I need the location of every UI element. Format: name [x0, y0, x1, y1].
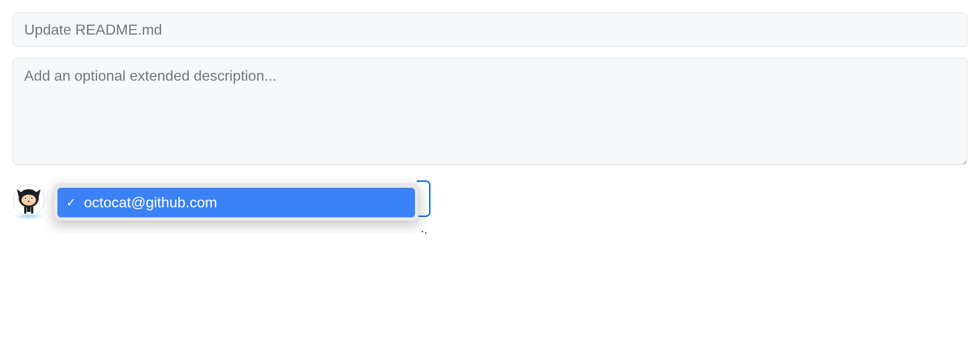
svg-point-4 — [25, 197, 26, 199]
select-focus-ring — [417, 180, 430, 217]
svg-point-1 — [21, 195, 36, 206]
octocat-icon — [14, 185, 43, 215]
svg-point-6 — [28, 201, 30, 202]
avatar-shadow — [13, 213, 45, 220]
svg-rect-9 — [27, 206, 31, 212]
commit-description-textarea[interactable] — [13, 58, 967, 165]
commit-form: ✓ octocat@github.com it — [13, 13, 967, 221]
check-icon: ✓ — [66, 196, 77, 210]
svg-rect-7 — [24, 206, 26, 214]
author-email-select[interactable]: ✓ octocat@github.com it — [54, 184, 419, 221]
author-row: ✓ octocat@github.com it — [13, 184, 967, 221]
author-email-option[interactable]: ✓ octocat@github.com — [57, 188, 415, 217]
svg-point-5 — [31, 197, 32, 199]
author-avatar — [13, 184, 45, 216]
author-email-option-label: octocat@github.com — [84, 194, 217, 211]
commit-summary-input[interactable] — [13, 13, 967, 47]
svg-rect-8 — [31, 206, 33, 214]
author-email-dropdown-menu: ✓ octocat@github.com — [54, 184, 419, 221]
obscured-text-fragment: it — [421, 229, 428, 234]
